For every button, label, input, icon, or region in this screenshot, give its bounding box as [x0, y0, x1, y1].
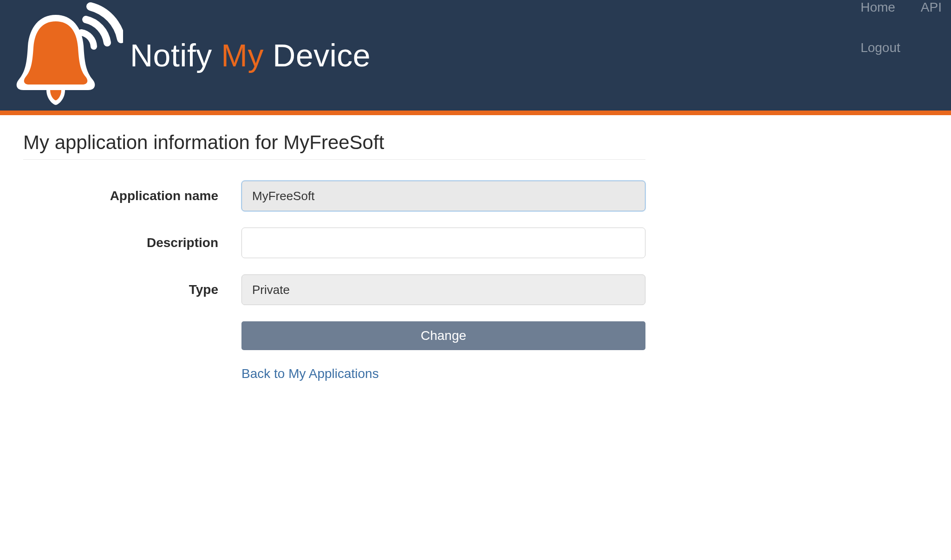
- page-title: My application information for MyFreeSof…: [23, 131, 645, 160]
- nav-row-bottom: Logout: [860, 40, 942, 55]
- main-container: My application information for MyFreeSof…: [0, 115, 669, 414]
- brand-word-3: Device: [273, 38, 371, 73]
- nav-row-top: Home API: [860, 0, 942, 15]
- brand-word-1: Notify: [130, 38, 212, 73]
- form-row-type: Type Private: [23, 274, 645, 305]
- form-row-button: Change: [23, 321, 645, 350]
- description-label: Description: [23, 235, 241, 250]
- brand-title: Notify My Device: [130, 37, 371, 73]
- type-select[interactable]: Private: [241, 274, 645, 305]
- type-select-value: Private: [252, 283, 290, 297]
- bell-logo-icon: [0, 0, 125, 111]
- nav-api-link[interactable]: API: [921, 0, 942, 15]
- header: Notify My Device Home API Logout: [0, 0, 951, 115]
- app-name-label: Application name: [23, 189, 241, 203]
- app-name-input[interactable]: [241, 181, 645, 211]
- nav-logout-link[interactable]: Logout: [860, 40, 900, 55]
- form-row-description: Description: [23, 228, 645, 258]
- back-to-applications-link[interactable]: Back to My Applications: [241, 366, 379, 381]
- brand-word-2: My: [221, 38, 264, 73]
- link-offset: [23, 366, 241, 381]
- nav: Home API Logout: [860, 0, 942, 81]
- description-control: [241, 228, 645, 258]
- nav-home-link[interactable]: Home: [860, 0, 895, 15]
- logo-block: Notify My Device: [0, 0, 942, 111]
- link-control: Back to My Applications: [241, 366, 645, 381]
- button-control: Change: [241, 321, 645, 350]
- app-name-control: [241, 181, 645, 211]
- type-label: Type: [23, 282, 241, 297]
- change-button[interactable]: Change: [241, 321, 645, 350]
- description-input[interactable]: [241, 228, 645, 258]
- form-row-back-link: Back to My Applications: [23, 366, 645, 381]
- form-row-app-name: Application name: [23, 181, 645, 211]
- type-control: Private: [241, 274, 645, 305]
- button-offset: [23, 321, 241, 350]
